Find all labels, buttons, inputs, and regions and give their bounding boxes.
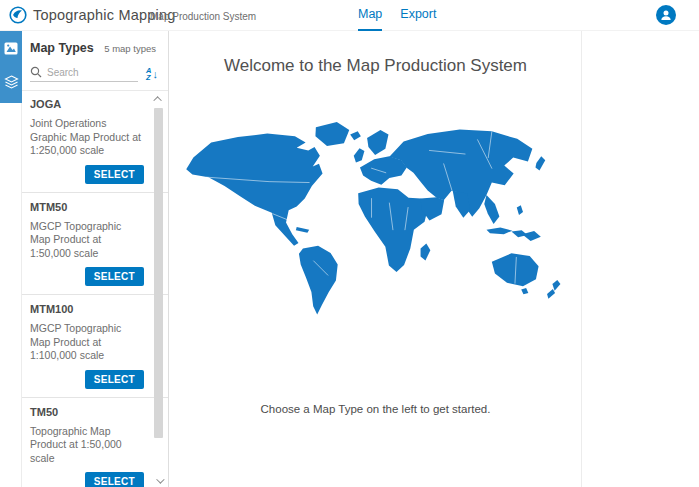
item-title: MTM50 bbox=[30, 200, 144, 214]
panel-strip bbox=[0, 31, 22, 487]
chevron-down-icon bbox=[156, 475, 164, 483]
item-title: TM50 bbox=[30, 405, 144, 419]
map-types-sidebar: Map Types 5 map types AZ ↓ JOGA Joint Op… bbox=[22, 31, 169, 487]
sort-az-icon: AZ bbox=[146, 67, 151, 81]
scroll-thumb[interactable] bbox=[154, 108, 163, 438]
welcome-title: Welcome to the Map Production System bbox=[224, 56, 527, 76]
right-empty-area bbox=[583, 31, 699, 487]
search-icon bbox=[30, 66, 42, 78]
item-description: MGCP Topographic Map Product at 1:100,00… bbox=[30, 322, 144, 363]
map-type-count: 5 map types bbox=[104, 43, 156, 54]
item-title: JOGA bbox=[30, 97, 144, 111]
map-type-item-joga: JOGA Joint Operations Graphic Map Produc… bbox=[22, 90, 168, 193]
select-button-mtm100[interactable]: SELECT bbox=[85, 370, 144, 389]
panel-strip-active-group bbox=[0, 31, 22, 103]
select-button-joga[interactable]: SELECT bbox=[85, 165, 144, 184]
item-title: MTM100 bbox=[30, 302, 144, 316]
item-description: MGCP Topographic Map Product at 1:50,000… bbox=[30, 220, 144, 261]
chevron-up-icon bbox=[153, 96, 161, 104]
map-type-item-mtm100: MTM100 MGCP Topographic Map Product at 1… bbox=[22, 295, 168, 398]
panel-title: Map Types bbox=[30, 41, 94, 55]
map-icon bbox=[4, 42, 18, 55]
sort-arrow-icon: ↓ bbox=[153, 68, 159, 80]
layers-panel-button[interactable] bbox=[0, 65, 22, 99]
select-button-tm50[interactable]: SELECT bbox=[85, 472, 144, 487]
header-tabs: Map Export bbox=[358, 0, 436, 31]
map-type-item-tm50: TM50 Topographic Map Product at 1:50,000… bbox=[22, 398, 168, 487]
map-type-list: JOGA Joint Operations Graphic Map Produc… bbox=[22, 90, 168, 487]
item-description: Topographic Map Product at 1:50,000 scal… bbox=[30, 425, 144, 466]
welcome-panel: Welcome to the Map Production System bbox=[170, 31, 582, 487]
tab-export[interactable]: Export bbox=[400, 0, 436, 31]
search-input[interactable] bbox=[47, 67, 113, 78]
scroll-down-button[interactable] bbox=[152, 474, 165, 487]
user-avatar[interactable] bbox=[656, 5, 676, 25]
select-button-mtm50[interactable]: SELECT bbox=[85, 267, 144, 286]
sort-az-button[interactable]: AZ ↓ bbox=[146, 67, 158, 81]
world-map-image bbox=[180, 102, 572, 337]
map-type-item-mtm50: MTM50 MGCP Topographic Map Product at 1:… bbox=[22, 193, 168, 296]
globe-icon bbox=[9, 6, 27, 24]
tab-map[interactable]: Map bbox=[358, 0, 382, 31]
app-header: Topographic Mapping Map Production Syste… bbox=[0, 0, 699, 31]
app-subtitle: Map Production System bbox=[150, 11, 256, 22]
item-description: Joint Operations Graphic Map Product at … bbox=[30, 117, 144, 158]
list-scrollbar[interactable] bbox=[152, 92, 165, 487]
scroll-up-button[interactable] bbox=[152, 92, 165, 106]
instruction-text: Choose a Map Type on the left to get sta… bbox=[261, 403, 491, 415]
user-icon bbox=[659, 8, 673, 22]
map-types-panel-button[interactable] bbox=[0, 31, 22, 65]
layers-icon bbox=[4, 75, 19, 89]
